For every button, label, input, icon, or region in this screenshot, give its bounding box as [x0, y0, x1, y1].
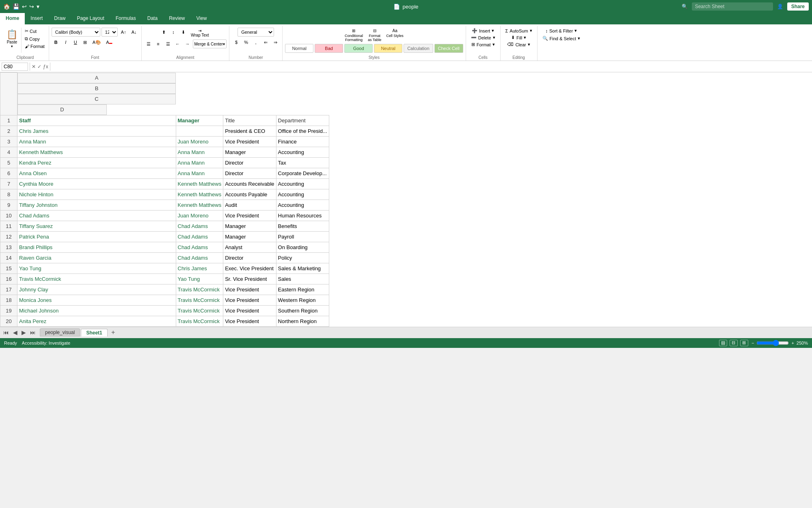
cell-9-D[interactable]: Accounting	[276, 200, 329, 210]
cell-15-C[interactable]: Exec. Vice President	[223, 263, 276, 274]
cell-10-D[interactable]: Human Resources	[276, 210, 329, 221]
row-num-16[interactable]: 16	[0, 274, 17, 284]
cell-17-B[interactable]: Travis McCormick	[176, 284, 223, 295]
align-right-button[interactable]: ☰	[164, 39, 173, 48]
row-num-13[interactable]: 13	[0, 242, 17, 252]
style-neutral[interactable]: Neutral	[374, 44, 402, 53]
cell-5-D[interactable]: Tax	[276, 157, 329, 168]
cell-7-B[interactable]: Kenneth Matthews	[176, 178, 223, 189]
copy-button[interactable]: ⧉ Copy	[23, 35, 46, 42]
col-header-b[interactable]: B	[17, 83, 176, 94]
search-input[interactable]	[692, 2, 773, 11]
insert-function-icon[interactable]: ƒx	[43, 64, 48, 69]
conditional-formatting-button[interactable]: ⊞ ConditionalFormatting	[343, 28, 365, 43]
align-left-button[interactable]: ☰	[144, 39, 153, 48]
find-select-button[interactable]: 🔍 Find & Select ▾	[540, 35, 583, 41]
cell-13-B[interactable]: Chad Adams	[176, 242, 223, 252]
cell-9-C[interactable]: Audit	[223, 200, 276, 210]
cell-3-C[interactable]: Vice President	[223, 136, 276, 147]
add-sheet-button[interactable]: +	[108, 328, 118, 337]
cell-5-B[interactable]: Anna Mann	[176, 157, 223, 168]
paste-button[interactable]: 📋 Paste ▾	[4, 28, 20, 53]
cell-11-C[interactable]: Manager	[223, 221, 276, 231]
clear-button[interactable]: ⌫ Clear ▾	[505, 41, 532, 48]
cell-8-C[interactable]: Accounts Payable	[223, 189, 276, 200]
cell-1-C[interactable]: Title	[223, 115, 276, 126]
row-num-10[interactable]: 10	[0, 210, 17, 221]
cell-8-D[interactable]: Accounting	[276, 189, 329, 200]
currency-button[interactable]: $	[232, 38, 241, 47]
insert-dropdown[interactable]: ▾	[492, 28, 494, 33]
cell-10-A[interactable]: Chad Adams	[17, 210, 176, 221]
cell-20-C[interactable]: Vice President	[223, 316, 276, 326]
user-icon[interactable]: 👤	[777, 4, 783, 9]
cell-14-C[interactable]: Director	[223, 252, 276, 263]
cell-14-B[interactable]: Chad Adams	[176, 252, 223, 263]
cell-4-A[interactable]: Kenneth Matthews	[17, 147, 176, 157]
cut-button[interactable]: ✂ Cut	[23, 28, 46, 35]
row-num-2[interactable]: 2	[0, 126, 17, 136]
col-header-a[interactable]: A	[17, 73, 176, 83]
cell-7-D[interactable]: Accounting	[276, 178, 329, 189]
cell-18-A[interactable]: Monica Jones	[17, 295, 176, 305]
fill-dropdown[interactable]: ▾	[524, 35, 526, 40]
cell-15-D[interactable]: Sales & Marketing	[276, 263, 329, 274]
sort-dropdown[interactable]: ▾	[574, 28, 577, 33]
insert-cells-button[interactable]: ➕ Insert ▾	[469, 28, 497, 34]
autosum-dropdown[interactable]: ▾	[530, 28, 532, 33]
font-color-button[interactable]: A▬	[104, 38, 114, 47]
cell-4-D[interactable]: Accounting	[276, 147, 329, 157]
increase-font-button[interactable]: A↑	[119, 28, 128, 37]
italic-button[interactable]: I	[61, 38, 70, 47]
cell-9-B[interactable]: Kenneth Matthews	[176, 200, 223, 210]
cell-12-D[interactable]: Payroll	[276, 231, 329, 242]
format-cells-button[interactable]: ⊞ Format ▾	[469, 41, 497, 48]
cell-19-A[interactable]: Michael Johnson	[17, 305, 176, 316]
cell-19-C[interactable]: Vice President	[223, 305, 276, 316]
cell-6-D[interactable]: Corporate Develop...	[276, 168, 329, 178]
row-num-9[interactable]: 9	[0, 200, 17, 210]
cell-2-B[interactable]	[176, 126, 223, 136]
sheet-nav-left[interactable]: ◀	[11, 328, 19, 336]
cell-10-B[interactable]: Juan Moreno	[176, 210, 223, 221]
row-num-11[interactable]: 11	[0, 221, 17, 231]
tab-formulas[interactable]: Formulas	[110, 13, 142, 24]
customize-icon[interactable]: ▾	[37, 3, 39, 10]
cell-16-D[interactable]: Sales	[276, 274, 329, 284]
row-num-1[interactable]: 1	[0, 115, 17, 126]
cell-19-D[interactable]: Southern Region	[276, 305, 329, 316]
cell-2-C[interactable]: President & CEO	[223, 126, 276, 136]
merge-dropdown[interactable]: ▾	[223, 42, 225, 46]
font-size-select[interactable]: 12	[102, 28, 118, 37]
cell-5-C[interactable]: Director	[223, 157, 276, 168]
cell-17-D[interactable]: Eastern Region	[276, 284, 329, 295]
cell-3-A[interactable]: Anna Mann	[17, 136, 176, 147]
format-dropdown[interactable]: ▾	[492, 42, 495, 47]
tab-data[interactable]: Data	[142, 13, 163, 24]
sheet-nav-right[interactable]: ▶	[20, 328, 28, 336]
delete-cells-button[interactable]: ➖ Delete ▾	[469, 35, 498, 41]
cell-13-A[interactable]: Brandi Phillips	[17, 242, 176, 252]
cell-2-D[interactable]: Office of the Presid...	[276, 126, 329, 136]
zoom-out-icon[interactable]: −	[752, 341, 754, 345]
row-num-5[interactable]: 5	[0, 157, 17, 168]
number-format-select[interactable]: General	[238, 28, 274, 37]
underline-button[interactable]: U	[71, 38, 80, 47]
sort-filter-button[interactable]: ↕ Sort & Filter ▾	[543, 28, 580, 34]
zoom-in-icon[interactable]: +	[791, 341, 794, 345]
row-num-4[interactable]: 4	[0, 147, 17, 157]
home-icon[interactable]: 🏠	[3, 3, 10, 10]
formula-input[interactable]	[52, 64, 810, 69]
decimal-increase-button[interactable]: ⇒	[271, 38, 280, 47]
percent-button[interactable]: %	[242, 38, 251, 47]
cell-6-B[interactable]: Anna Mann	[176, 168, 223, 178]
row-num-3[interactable]: 3	[0, 136, 17, 147]
decrease-font-button[interactable]: A↓	[130, 28, 139, 37]
delete-dropdown[interactable]: ▾	[493, 35, 495, 40]
format-painter-button[interactable]: 🖌 Format	[23, 43, 46, 50]
wrap-text-button[interactable]: ⇥ Wrap Text	[188, 28, 212, 38]
cell-8-B[interactable]: Kenneth Matthews	[176, 189, 223, 200]
tab-home[interactable]: Home	[0, 13, 25, 24]
cell-20-B[interactable]: Travis McCormick	[176, 316, 223, 326]
fill-button[interactable]: ⬇ Fill ▾	[509, 35, 529, 41]
